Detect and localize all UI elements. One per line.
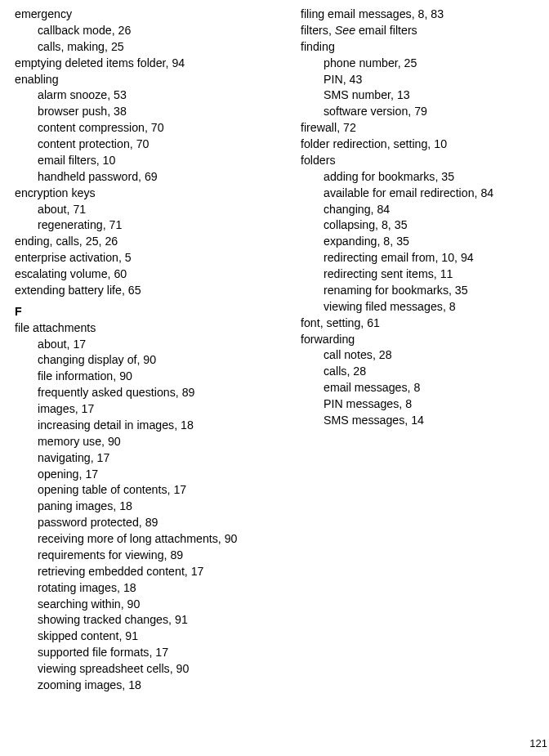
index-entry: showing tracked changes, 91 — [15, 612, 284, 629]
index-entry: call notes, 28 — [301, 347, 529, 364]
index-entry: PIN messages, 8 — [301, 396, 529, 413]
index-entry: folders — [301, 153, 529, 169]
index-entry: software version, 79 — [301, 104, 529, 120]
index-entry: folder redirection, setting, 10 — [301, 136, 529, 153]
index-entry: images, 17 — [15, 401, 284, 418]
index-entry: frequently asked questions, 89 — [15, 385, 284, 401]
index-entry: content compression, 70 — [15, 120, 284, 136]
index-entry: redirecting sent items, 11 — [301, 266, 529, 283]
index-page: emergencycallback mode, 26calls, making,… — [0, 0, 549, 756]
index-columns: emergencycallback mode, 26calls, making,… — [15, 7, 534, 694]
index-entry: enterprise activation, 5 — [15, 250, 284, 266]
index-entry: SMS messages, 14 — [301, 413, 529, 429]
index-entry: extending battery life, 65 — [15, 283, 284, 299]
index-entry: phone number, 25 — [301, 56, 529, 72]
index-entry: enabling — [15, 72, 284, 88]
index-entry: handheld password, 69 — [15, 169, 284, 186]
index-entry: expanding, 8, 35 — [301, 234, 529, 250]
index-entry: collapsing, 8, 35 — [301, 217, 529, 234]
index-entry: filing email messages, 8, 83 — [301, 7, 529, 23]
index-entry: PIN, 43 — [301, 72, 529, 88]
index-entry: viewing filed messages, 8 — [301, 299, 529, 315]
index-entry: encryption keys — [15, 186, 284, 202]
index-entry: calls, making, 25 — [15, 39, 284, 56]
index-entry: escalating volume, 60 — [15, 266, 284, 283]
index-entry: supported file formats, 17 — [15, 645, 284, 661]
index-column-left: emergencycallback mode, 26calls, making,… — [15, 7, 284, 694]
index-entry: browser push, 38 — [15, 104, 284, 120]
index-entry: callback mode, 26 — [15, 23, 284, 39]
page-number: 121 — [529, 736, 547, 751]
index-entry: finding — [301, 39, 529, 56]
index-entry: calls, 28 — [301, 364, 529, 380]
index-entry: searching within, 90 — [15, 597, 284, 613]
index-entry: paning images, 18 — [15, 499, 284, 515]
index-entry: regenerating, 71 — [15, 217, 284, 234]
index-entry: ending, calls, 25, 26 — [15, 234, 284, 250]
index-entry: password protected, 89 — [15, 515, 284, 531]
index-entry: retrieving embedded content, 17 — [15, 564, 284, 580]
index-column-right: filing email messages, 8, 83filters, See… — [301, 7, 529, 694]
index-entry: emergency — [15, 7, 284, 23]
index-entry: memory use, 90 — [15, 434, 284, 450]
index-entry: adding for bookmarks, 35 — [301, 169, 529, 186]
index-see-word: See — [335, 24, 355, 37]
index-entry: file information, 90 — [15, 369, 284, 385]
index-entry: receiving more of long attachments, 90 — [15, 531, 284, 548]
index-entry: changing, 84 — [301, 202, 529, 218]
index-entry: renaming for bookmarks, 35 — [301, 283, 529, 299]
index-entry: content protection, 70 — [15, 136, 284, 153]
index-see-target: email filters — [355, 24, 417, 37]
index-entry: alarm snooze, 53 — [15, 87, 284, 104]
index-entry: changing display of, 90 — [15, 352, 284, 369]
index-section-letter: F — [15, 304, 284, 320]
index-entry: navigating, 17 — [15, 450, 284, 467]
index-entry: available for email redirection, 84 — [301, 186, 529, 202]
index-entry: redirecting email from, 10, 94 — [301, 250, 529, 266]
index-entry: opening, 17 — [15, 467, 284, 483]
index-entry: viewing spreadsheet cells, 90 — [15, 661, 284, 678]
index-entry: requirements for viewing, 89 — [15, 548, 284, 564]
index-entry: email filters, 10 — [15, 153, 284, 169]
index-entry: font, setting, 61 — [301, 315, 529, 332]
index-entry: firewall, 72 — [301, 120, 529, 136]
index-entry: about, 71 — [15, 202, 284, 218]
index-entry: email messages, 8 — [301, 380, 529, 396]
index-entry: increasing detail in images, 18 — [15, 418, 284, 434]
index-entry-prefix: filters, — [301, 24, 335, 37]
index-entry: skipped content, 91 — [15, 629, 284, 645]
index-entry: emptying deleted items folder, 94 — [15, 56, 284, 72]
index-entry: SMS number, 13 — [301, 87, 529, 104]
index-entry: zooming images, 18 — [15, 678, 284, 694]
index-entry: opening table of contents, 17 — [15, 482, 284, 499]
index-entry: forwarding — [301, 332, 529, 348]
index-entry: about, 17 — [15, 337, 284, 353]
index-entry: file attachments — [15, 320, 284, 337]
index-entry: filters, See email filters — [301, 23, 529, 39]
index-entry: rotating images, 18 — [15, 580, 284, 597]
